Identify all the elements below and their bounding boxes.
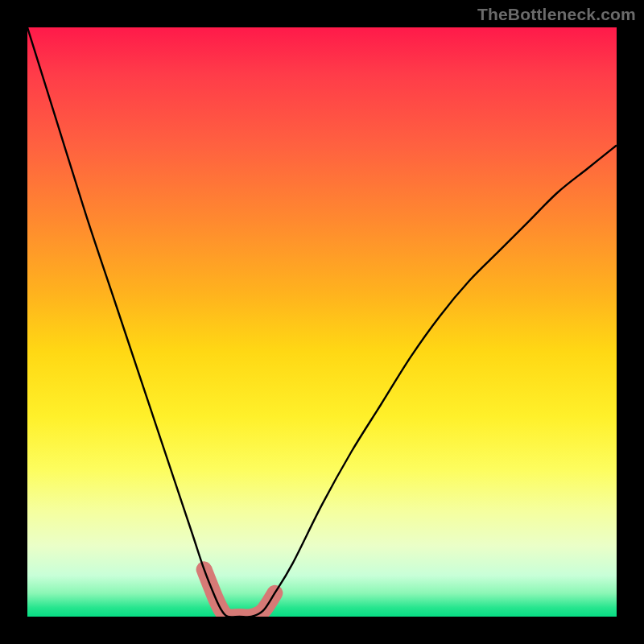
watermark-text: TheBottleneck.com bbox=[477, 5, 636, 24]
bottleneck-curve-path bbox=[27, 27, 617, 617]
curve-svg bbox=[27, 27, 617, 617]
chart-frame: TheBottleneck.com bbox=[0, 0, 644, 644]
plot-area bbox=[27, 27, 617, 617]
